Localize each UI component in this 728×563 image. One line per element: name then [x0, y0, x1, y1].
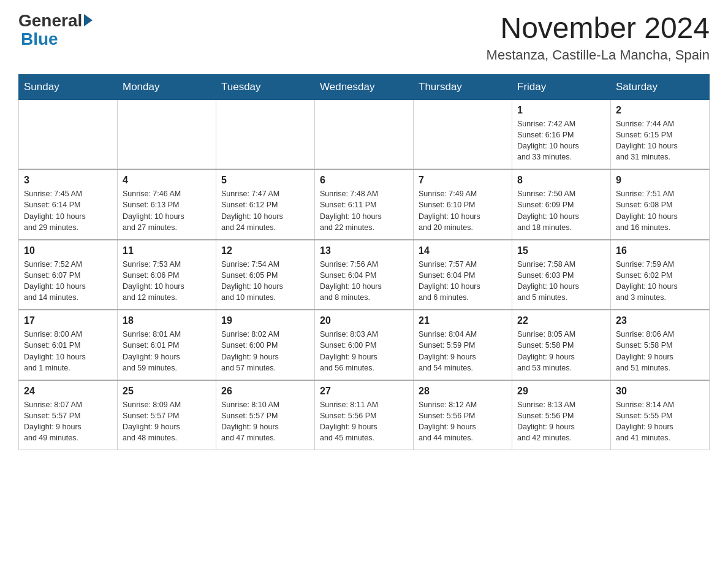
calendar-cell: 18Sunrise: 8:01 AM Sunset: 6:01 PM Dayli… [118, 310, 216, 380]
day-number: 17 [24, 315, 112, 326]
day-number: 7 [419, 175, 507, 186]
calendar-cell: 1Sunrise: 7:42 AM Sunset: 6:16 PM Daylig… [512, 99, 611, 169]
day-info: Sunrise: 8:09 AM Sunset: 5:57 PM Dayligh… [123, 399, 211, 444]
day-info: Sunrise: 7:47 AM Sunset: 6:12 PM Dayligh… [221, 188, 309, 233]
calendar-cell: 7Sunrise: 7:49 AM Sunset: 6:10 PM Daylig… [414, 169, 512, 240]
day-number: 30 [616, 386, 704, 397]
day-number: 13 [320, 245, 408, 256]
header-monday: Monday [118, 74, 216, 99]
day-info: Sunrise: 7:44 AM Sunset: 6:15 PM Dayligh… [616, 118, 704, 163]
calendar-cell: 3Sunrise: 7:45 AM Sunset: 6:14 PM Daylig… [19, 169, 118, 240]
calendar-cell: 10Sunrise: 7:52 AM Sunset: 6:07 PM Dayli… [19, 240, 118, 310]
day-number: 20 [320, 315, 408, 326]
calendar-week-1: 3Sunrise: 7:45 AM Sunset: 6:14 PM Daylig… [19, 169, 710, 240]
header-sunday: Sunday [19, 74, 118, 99]
day-number: 6 [320, 175, 408, 186]
day-info: Sunrise: 7:46 AM Sunset: 6:13 PM Dayligh… [123, 188, 211, 233]
day-number: 27 [320, 386, 408, 397]
calendar-week-0: 1Sunrise: 7:42 AM Sunset: 6:16 PM Daylig… [19, 99, 710, 169]
calendar-cell: 21Sunrise: 8:04 AM Sunset: 5:59 PM Dayli… [414, 310, 512, 380]
day-info: Sunrise: 7:49 AM Sunset: 6:10 PM Dayligh… [419, 188, 507, 233]
day-number: 14 [419, 245, 507, 256]
day-info: Sunrise: 7:57 AM Sunset: 6:04 PM Dayligh… [419, 259, 507, 304]
day-info: Sunrise: 8:05 AM Sunset: 5:58 PM Dayligh… [517, 329, 605, 373]
day-number: 11 [123, 245, 211, 256]
day-number: 29 [517, 386, 605, 397]
day-number: 5 [221, 175, 309, 186]
calendar-cell: 14Sunrise: 7:57 AM Sunset: 6:04 PM Dayli… [414, 240, 512, 310]
day-info: Sunrise: 7:56 AM Sunset: 6:04 PM Dayligh… [320, 259, 408, 304]
calendar-cell: 26Sunrise: 8:10 AM Sunset: 5:57 PM Dayli… [216, 380, 315, 450]
calendar-cell [315, 99, 414, 169]
calendar-cell: 27Sunrise: 8:11 AM Sunset: 5:56 PM Dayli… [315, 380, 414, 450]
header-friday: Friday [512, 74, 611, 99]
day-number: 23 [616, 315, 704, 326]
day-info: Sunrise: 7:59 AM Sunset: 6:02 PM Dayligh… [616, 259, 704, 304]
day-info: Sunrise: 8:12 AM Sunset: 5:56 PM Dayligh… [419, 399, 507, 444]
header-tuesday: Tuesday [216, 74, 315, 99]
logo: General Blue [18, 12, 93, 49]
day-number: 25 [123, 386, 211, 397]
day-info: Sunrise: 8:01 AM Sunset: 6:01 PM Dayligh… [123, 329, 211, 373]
day-info: Sunrise: 7:48 AM Sunset: 6:11 PM Dayligh… [320, 188, 408, 233]
day-info: Sunrise: 7:58 AM Sunset: 6:03 PM Dayligh… [517, 259, 605, 304]
calendar-week-3: 17Sunrise: 8:00 AM Sunset: 6:01 PM Dayli… [19, 310, 710, 380]
calendar-header-row: SundayMondayTuesdayWednesdayThursdayFrid… [19, 74, 710, 99]
logo-text: General [18, 12, 93, 29]
calendar-week-2: 10Sunrise: 7:52 AM Sunset: 6:07 PM Dayli… [19, 240, 710, 310]
header: General Blue November 2024 Mestanza, Cas… [18, 12, 710, 63]
logo-arrow-icon [84, 14, 93, 26]
day-info: Sunrise: 7:54 AM Sunset: 6:05 PM Dayligh… [221, 259, 309, 304]
calendar-cell: 9Sunrise: 7:51 AM Sunset: 6:08 PM Daylig… [611, 169, 710, 240]
calendar-cell [216, 99, 315, 169]
day-number: 21 [419, 315, 507, 326]
logo-blue: Blue [21, 29, 58, 48]
day-number: 24 [24, 386, 112, 397]
location-title: Mestanza, Castille-La Mancha, Spain [487, 47, 710, 63]
day-number: 1 [517, 105, 605, 116]
header-wednesday: Wednesday [315, 74, 414, 99]
header-saturday: Saturday [611, 74, 710, 99]
calendar-cell: 4Sunrise: 7:46 AM Sunset: 6:13 PM Daylig… [118, 169, 216, 240]
day-number: 10 [24, 245, 112, 256]
calendar-cell: 29Sunrise: 8:13 AM Sunset: 5:56 PM Dayli… [512, 380, 611, 450]
calendar-cell [414, 99, 512, 169]
day-number: 2 [616, 105, 704, 116]
calendar-table: SundayMondayTuesdayWednesdayThursdayFrid… [18, 74, 710, 451]
calendar-week-4: 24Sunrise: 8:07 AM Sunset: 5:57 PM Dayli… [19, 380, 710, 450]
day-number: 18 [123, 315, 211, 326]
day-info: Sunrise: 7:42 AM Sunset: 6:16 PM Dayligh… [517, 118, 605, 163]
calendar-cell: 22Sunrise: 8:05 AM Sunset: 5:58 PM Dayli… [512, 310, 611, 380]
day-info: Sunrise: 7:51 AM Sunset: 6:08 PM Dayligh… [616, 188, 704, 233]
day-number: 22 [517, 315, 605, 326]
calendar-cell: 5Sunrise: 7:47 AM Sunset: 6:12 PM Daylig… [216, 169, 315, 240]
logo-general: General [18, 12, 82, 29]
day-info: Sunrise: 8:06 AM Sunset: 5:58 PM Dayligh… [616, 329, 704, 373]
calendar-cell: 16Sunrise: 7:59 AM Sunset: 6:02 PM Dayli… [611, 240, 710, 310]
calendar-cell: 6Sunrise: 7:48 AM Sunset: 6:11 PM Daylig… [315, 169, 414, 240]
day-info: Sunrise: 8:13 AM Sunset: 5:56 PM Dayligh… [517, 399, 605, 444]
calendar-cell: 15Sunrise: 7:58 AM Sunset: 6:03 PM Dayli… [512, 240, 611, 310]
day-number: 26 [221, 386, 309, 397]
calendar-cell: 11Sunrise: 7:53 AM Sunset: 6:06 PM Dayli… [118, 240, 216, 310]
calendar-cell: 19Sunrise: 8:02 AM Sunset: 6:00 PM Dayli… [216, 310, 315, 380]
day-info: Sunrise: 7:50 AM Sunset: 6:09 PM Dayligh… [517, 188, 605, 233]
calendar-cell: 8Sunrise: 7:50 AM Sunset: 6:09 PM Daylig… [512, 169, 611, 240]
day-info: Sunrise: 8:04 AM Sunset: 5:59 PM Dayligh… [419, 329, 507, 373]
day-info: Sunrise: 8:10 AM Sunset: 5:57 PM Dayligh… [221, 399, 309, 444]
day-info: Sunrise: 7:53 AM Sunset: 6:06 PM Dayligh… [123, 259, 211, 304]
header-thursday: Thursday [414, 74, 512, 99]
day-info: Sunrise: 8:11 AM Sunset: 5:56 PM Dayligh… [320, 399, 408, 444]
day-number: 15 [517, 245, 605, 256]
day-number: 8 [517, 175, 605, 186]
calendar-cell: 2Sunrise: 7:44 AM Sunset: 6:15 PM Daylig… [611, 99, 710, 169]
day-info: Sunrise: 7:52 AM Sunset: 6:07 PM Dayligh… [24, 259, 112, 304]
calendar-cell: 23Sunrise: 8:06 AM Sunset: 5:58 PM Dayli… [611, 310, 710, 380]
day-number: 28 [419, 386, 507, 397]
calendar-cell: 25Sunrise: 8:09 AM Sunset: 5:57 PM Dayli… [118, 380, 216, 450]
calendar-cell: 20Sunrise: 8:03 AM Sunset: 6:00 PM Dayli… [315, 310, 414, 380]
day-info: Sunrise: 7:45 AM Sunset: 6:14 PM Dayligh… [24, 188, 112, 233]
calendar-cell [19, 99, 118, 169]
calendar-cell: 12Sunrise: 7:54 AM Sunset: 6:05 PM Dayli… [216, 240, 315, 310]
day-number: 4 [123, 175, 211, 186]
